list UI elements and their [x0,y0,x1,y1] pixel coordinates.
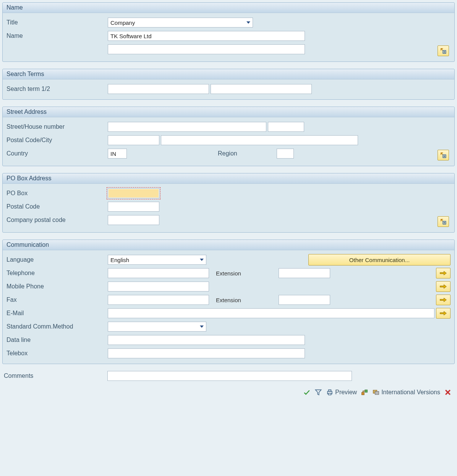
other-communication-button[interactable]: Other Communication... [308,254,451,266]
svg-rect-18 [329,390,331,391]
company-postal-input[interactable] [108,215,159,225]
telephone-extension-label: Extension [216,270,277,277]
chevron-down-icon [246,21,250,24]
pobox-label: PO Box [6,190,108,197]
expand-name-button[interactable] [438,45,449,56]
pobox-postal-input[interactable] [108,202,159,212]
international-versions-label: International Versions [381,389,440,396]
name-label: Name [6,32,108,39]
windows-icon [372,389,380,396]
arrow-right-icon [439,270,447,276]
country-label: Country [6,150,108,157]
region-label: Region [218,150,275,157]
svg-rect-20 [362,392,365,395]
search-term-1-input[interactable] [108,84,209,94]
search-terms-group: Search Terms Search term 1/2 [2,69,455,100]
city-input[interactable] [161,135,358,145]
telebox-input[interactable] [108,348,305,358]
street-input[interactable] [108,122,266,132]
chevron-down-icon [200,259,204,261]
title-label: Title [6,19,108,26]
accept-button[interactable] [303,389,311,396]
telephone-label: Telephone [6,270,108,277]
footer-toolbar: Preview International Versions [2,386,455,396]
country-input[interactable] [108,149,127,159]
communication-header: Communication [3,240,454,250]
check-icon [303,389,311,396]
title-select-value: Company [110,19,135,26]
arrow-right-icon [439,310,447,316]
telephone-extension-input[interactable] [279,268,330,278]
search-terms-header: Search Terms [3,69,454,79]
svg-rect-21 [365,390,368,392]
funnel-icon [314,389,322,396]
international-versions-button[interactable]: International Versions [372,389,440,396]
company-postal-label: Company postal code [6,217,108,223]
name-group: Name Title Company Name [2,2,455,62]
other-communication-label: Other Communication... [349,257,410,263]
arrow-right-icon [439,283,447,290]
expand-street-button[interactable] [438,150,449,160]
comments-input[interactable] [107,371,352,381]
postal-city-label: Postal Code/City [6,137,108,144]
language-select-value: English [110,257,129,263]
region-input[interactable] [277,149,294,159]
preview-label: Preview [335,389,357,396]
fax-label: Fax [6,296,108,303]
svg-marker-14 [440,298,447,302]
street-label: Street/House number [6,123,108,130]
svg-marker-12 [440,271,447,275]
svg-rect-19 [329,393,331,395]
name-input[interactable] [108,31,305,41]
preview-button[interactable]: Preview [326,389,357,396]
telephone-input[interactable] [108,268,209,278]
expand-icon [440,47,447,54]
telephone-more-button[interactable] [436,268,451,278]
fax-more-button[interactable] [436,295,451,305]
mobile-label: Mobile Phone [6,283,108,290]
arrow-right-icon [439,297,447,303]
comments-label: Comments [4,372,107,379]
svg-marker-15 [440,311,447,315]
email-label: E-Mail [6,310,108,317]
layout-icon [361,389,368,396]
telebox-label: Telebox [6,350,108,357]
pobox-postal-label: Postal Code [6,203,108,210]
std-comm-label: Standard Comm.Method [6,323,108,330]
pobox-header: PO Box Address [3,173,454,184]
filter-button[interactable] [314,389,322,396]
svg-rect-23 [375,392,379,395]
search-term-label: Search term 1/2 [6,86,108,92]
mobile-more-button[interactable] [436,281,451,292]
title-select[interactable]: Company [108,18,253,28]
expand-icon [440,218,447,225]
expand-pobox-button[interactable] [438,216,449,227]
house-number-input[interactable] [268,122,304,132]
email-more-button[interactable] [436,308,451,319]
cancel-button[interactable] [444,389,452,396]
print-icon [326,389,334,396]
name-header: Name [3,3,454,13]
chevron-down-icon [200,325,204,328]
dataline-input[interactable] [108,335,305,345]
dataline-label: Data line [6,337,108,343]
fax-extension-label: Extension [216,297,277,303]
search-term-2-input[interactable] [211,84,312,94]
pobox-input[interactable] [108,188,159,198]
fax-input[interactable] [108,295,209,305]
layout-button[interactable] [361,389,368,396]
name-input-2[interactable] [108,44,305,54]
street-address-group: Street Address Street/House number Posta… [2,107,455,166]
pobox-group: PO Box Address PO Box Postal Code Compan… [2,173,455,233]
svg-marker-13 [440,285,447,288]
svg-marker-16 [316,390,321,395]
language-label: Language [6,256,108,263]
fax-extension-input[interactable] [279,295,330,305]
mobile-input[interactable] [108,282,209,291]
std-comm-select[interactable] [108,322,206,332]
language-select[interactable]: English [108,255,206,265]
email-input[interactable] [108,308,434,318]
comments-row: Comments [4,371,455,381]
communication-group: Communication Language English Other Com… [2,240,455,364]
postal-code-input[interactable] [108,135,159,145]
